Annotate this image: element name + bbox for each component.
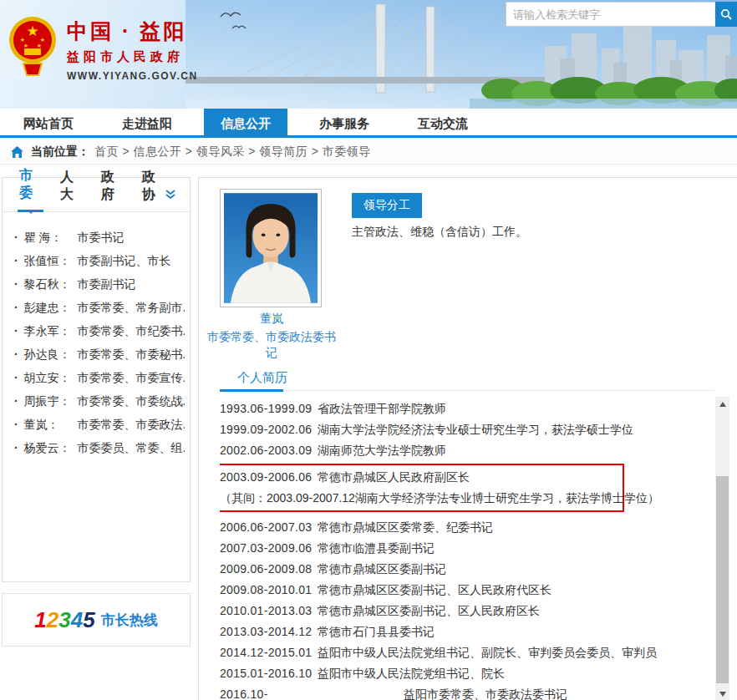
resume-period: 2016.10- xyxy=(220,684,307,700)
tab-personal-resume[interactable]: 个人简历 xyxy=(237,370,287,386)
sidebar-tab[interactable]: 市委 xyxy=(18,167,43,212)
leader-name: 李永军： xyxy=(24,319,78,342)
resume-period: 2002.06-2003.09 xyxy=(220,440,307,461)
resume-row: 2014.12-2015.01 益阳市中级人民法院党组书记、副院长、审判委员会委… xyxy=(220,642,714,663)
home-icon[interactable] xyxy=(10,145,24,159)
search-input[interactable] xyxy=(506,2,715,27)
nav-tab-label: 办事服务 xyxy=(319,116,369,130)
leader-photo xyxy=(220,189,322,307)
resume-position: 常德市鼎城区区委副书记、区人民政府区长 xyxy=(318,601,540,621)
resume-row: 2009.08-2010.01 常德市鼎城区区委副书记、区人民政府代区长 xyxy=(220,580,714,601)
nav-tab[interactable]: 办事服务 xyxy=(302,109,386,138)
profile-title[interactable]: 市委常委、市委政法委书记 xyxy=(206,329,338,361)
resume-period: 2015.01-2016.10 xyxy=(220,663,307,684)
sidebar-tab-label: 人大 xyxy=(60,170,74,201)
resume-position: 常德市石门县县委书记 xyxy=(318,621,435,642)
leader-list-item[interactable]: 黎石秋：市委副书记 xyxy=(14,272,185,296)
leader-list-item[interactable]: 瞿 海：市委书记 xyxy=(14,226,185,249)
leader-name: 周振宇： xyxy=(24,389,78,413)
leader-title: 市委书记 xyxy=(78,231,125,244)
scrollbar-thumb[interactable] xyxy=(716,476,729,683)
resume-position: 省政法管理干部学院教师 xyxy=(318,398,446,419)
svg-text:★: ★ xyxy=(26,23,38,39)
sidebar-tab[interactable]: 政府 xyxy=(99,169,125,211)
sidebar-tab[interactable]: 人大 xyxy=(58,169,84,211)
hotline-digit: 1 xyxy=(34,607,46,633)
resume-position: 常德市鼎城区区委副书记 xyxy=(318,559,446,580)
leader-list-item[interactable]: 杨爱云：市委委员、常委、组... xyxy=(14,436,185,459)
sidebar-tab-label: 政协 xyxy=(142,170,155,201)
tab-divider xyxy=(220,390,714,391)
leader-list-item[interactable]: 李永军：市委常委、市纪委书... xyxy=(14,319,185,342)
duty-button[interactable]: 领导分工 xyxy=(352,193,422,218)
leader-list-item[interactable]: 彭建忠：市委常委、常务副市... xyxy=(14,296,185,319)
main-nav: 网站首页 走进益阳 信息公开 办事服务 互动交流 xyxy=(0,109,737,138)
leader-name: 胡立安： xyxy=(24,366,78,389)
resume-position: 湖南师范大学法学院教师 xyxy=(318,440,446,461)
page: ★ ★ ★ ★ ★ 中国 · 益阳 益阳市人民政府 WWW.YIYANG.GOV… xyxy=(0,0,737,700)
breadcrumb-prefix: 当前位置： xyxy=(31,145,89,160)
scrollbar-up-arrow[interactable] xyxy=(715,397,729,411)
resume-row: 2009.06-2009.08 常德市鼎城区区委副书记 xyxy=(220,559,714,580)
leader-title: 市委常委、市委宣传... xyxy=(78,371,185,384)
resume-position: 益阳市中级人民法院党组书记、副院长、审判委员会委员、审判员 xyxy=(318,642,657,663)
resume-position: 益阳市委常委、市委政法委书记 xyxy=(404,684,567,700)
resume-row: 1993.06-1999.09 省政法管理干部学院教师 xyxy=(220,398,714,419)
resume-period: 2013.03-2014.12 xyxy=(220,621,307,642)
resume-row: 2015.01-2016.10 益阳市中级人民法院党组书记、院长 xyxy=(220,663,714,684)
leader-list-item[interactable]: 董岚：市委常委、市委政法... xyxy=(14,413,185,436)
resume-row: （其间：2003.09-2007.12湖南大学经济学法专业博士研究生学习，获法学… xyxy=(220,488,623,509)
leader-list-item[interactable]: 周振宇：市委常委、市委统战... xyxy=(14,389,185,413)
resume-list: 1993.06-1999.09 省政法管理干部学院教师 1999.09-2002… xyxy=(220,398,714,700)
search-icon xyxy=(720,8,732,20)
nav-tab[interactable]: 走进益阳 xyxy=(105,109,189,138)
nav-tab[interactable]: 网站首页 xyxy=(7,109,90,138)
nav-tab-label: 信息公开 xyxy=(221,116,271,130)
national-emblem-logo: ★ ★ ★ ★ ★ xyxy=(8,13,57,77)
resume-period: 2007.03-2009.06 xyxy=(220,538,307,559)
leader-list-item[interactable]: 孙达良：市委常委、市委秘书... xyxy=(14,342,185,366)
resume-row: 2007.03-2009.06 常德市临澧县委副书记 xyxy=(220,538,714,559)
leader-title: 市委副书记 xyxy=(78,277,136,291)
resume-position: （其间：2003.09-2007.12湖南大学经济学法专业博士研究生学习，获法学… xyxy=(220,488,659,509)
leader-title: 市委副书记、市长 xyxy=(78,254,171,267)
hotline-digit: 5 xyxy=(83,607,94,633)
nav-tab[interactable]: 信息公开 xyxy=(204,109,287,138)
leader-name: 彭建忠： xyxy=(24,296,78,319)
leader-title: 市委常委、市委秘书... xyxy=(78,347,185,361)
resume-position: 益阳市中级人民法院党组书记、院长 xyxy=(318,663,505,684)
sidebar-tab-label: 政府 xyxy=(101,170,114,201)
leader-title: 市委常委、常务副市... xyxy=(78,301,185,314)
leader-name: 杨爱云： xyxy=(24,436,78,459)
profile-name[interactable]: 董岚 xyxy=(199,312,344,327)
nav-tab[interactable]: 互动交流 xyxy=(401,109,485,138)
svg-text:★: ★ xyxy=(40,37,45,43)
hotline-digit: 2 xyxy=(47,607,58,633)
leader-list-item[interactable]: 胡立安：市委常委、市委宣传... xyxy=(14,366,185,389)
leader-name: 张值恒： xyxy=(24,249,78,272)
resume-position: 常德市鼎城区人民政府副区长 xyxy=(318,467,470,488)
breadcrumb-path[interactable]: 首页 > 信息公开 > 领导风采 > 领导简历 > 市委领导 xyxy=(94,145,371,160)
resume-row: 2016.10- 益阳市委常委、市委政法委书记 xyxy=(220,684,714,700)
nav-tab-label: 互动交流 xyxy=(418,116,468,130)
leader-list-item[interactable]: 张值恒：市委副书记、市长 xyxy=(14,249,185,272)
search-bar xyxy=(506,2,737,27)
brand-subtitle: 益阳市人民政府 xyxy=(67,49,198,65)
sidebar-tab[interactable]: 政协 xyxy=(140,169,166,211)
seagull-icon xyxy=(219,7,252,40)
search-button[interactable] xyxy=(715,2,737,27)
resume-row: 2003.09-2006.06 常德市鼎城区人民政府副区长 xyxy=(220,467,623,488)
chevron-double-down-icon[interactable] xyxy=(164,188,177,201)
scrollbar[interactable] xyxy=(715,397,729,700)
svg-text:★: ★ xyxy=(20,37,25,43)
resume-position: 常德市鼎城区区委常委、纪委书记 xyxy=(318,517,493,538)
scrollbar-down-arrow[interactable] xyxy=(715,687,729,700)
leader-title: 市委常委、市纪委书... xyxy=(78,324,185,337)
main-content: 领导分工 主管政法、维稳（含信访）工作。 董岚 市委常委、市委政法委书记 个人简… xyxy=(198,177,737,700)
leader-name: 黎石秋： xyxy=(24,272,78,296)
resume-period: 1993.06-1999.09 xyxy=(220,398,307,419)
portrait-image xyxy=(224,193,318,303)
leader-name: 董岚： xyxy=(24,413,78,436)
resume-period: 2009.06-2009.08 xyxy=(220,559,307,580)
mayor-hotline-banner[interactable]: 12345 市长热线 xyxy=(2,593,191,647)
